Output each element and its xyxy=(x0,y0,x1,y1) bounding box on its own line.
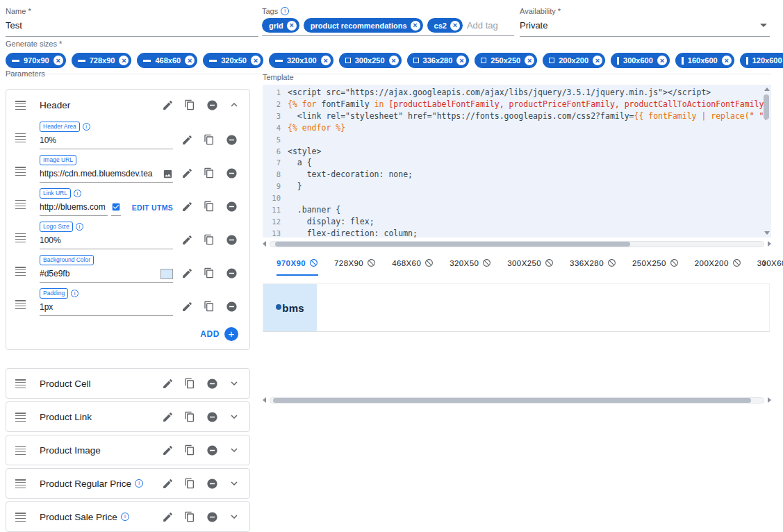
remove-icon[interactable] xyxy=(223,165,240,181)
copy-icon[interactable] xyxy=(201,131,217,148)
remove-size-icon[interactable] xyxy=(53,56,63,65)
drag-handle-icon[interactable] xyxy=(13,479,40,488)
remove-icon[interactable] xyxy=(223,131,240,148)
scroll-up-icon[interactable] xyxy=(764,88,770,91)
availability-select[interactable]: Private xyxy=(520,16,770,37)
color-swatch[interactable] xyxy=(160,269,173,279)
block-icon[interactable] xyxy=(425,258,434,267)
block-icon[interactable] xyxy=(732,258,741,267)
scrollbar-thumb[interactable] xyxy=(273,398,752,403)
remove-size-icon[interactable] xyxy=(593,56,602,65)
copy-icon[interactable] xyxy=(181,97,198,113)
code-editor[interactable]: 1<script src="https://ajax.googleapis.co… xyxy=(263,85,771,238)
param-value[interactable]: 1px xyxy=(40,302,173,312)
size-tab[interactable]: 336X280 xyxy=(570,254,616,276)
copy-icon[interactable] xyxy=(201,198,217,215)
parameter-group-card[interactable]: Product Link xyxy=(6,401,250,432)
param-value-input[interactable]: 1px xyxy=(40,299,173,316)
scroll-right-icon[interactable] xyxy=(768,397,771,403)
edit-icon[interactable] xyxy=(159,475,176,492)
remove-size-icon[interactable] xyxy=(119,56,129,65)
size-tab[interactable]: 728X90 xyxy=(334,254,376,276)
param-value-input[interactable]: http://bluems.com EDIT UTMS xyxy=(40,199,173,216)
remove-tag-icon[interactable] xyxy=(287,21,297,31)
remove-icon[interactable] xyxy=(204,375,220,392)
remove-icon[interactable] xyxy=(204,408,220,425)
chevron-down-icon[interactable] xyxy=(226,375,242,392)
remove-tag-icon[interactable] xyxy=(450,21,460,31)
preview-horizontal-scrollbar[interactable] xyxy=(263,396,771,404)
copy-icon[interactable] xyxy=(201,298,217,315)
remove-icon[interactable] xyxy=(223,265,240,281)
remove-size-icon[interactable] xyxy=(321,56,331,65)
remove-icon[interactable] xyxy=(223,231,240,248)
parameter-group-card[interactable]: Product Cell xyxy=(6,368,250,399)
edit-icon[interactable] xyxy=(159,508,176,525)
drag-handle-icon[interactable] xyxy=(13,379,40,388)
scroll-left-icon[interactable] xyxy=(263,397,266,403)
edit-utms-button[interactable]: EDIT UTMS xyxy=(132,203,173,212)
param-value[interactable]: 10% xyxy=(40,135,173,145)
scroll-left-icon[interactable] xyxy=(263,241,266,247)
chevron-down-icon[interactable] xyxy=(226,442,242,458)
drag-handle-icon[interactable] xyxy=(13,513,40,522)
size-tab[interactable]: 300X250 xyxy=(507,254,554,276)
remove-icon[interactable] xyxy=(204,442,220,458)
remove-icon[interactable] xyxy=(204,475,220,492)
remove-tag-icon[interactable] xyxy=(411,21,420,31)
remove-size-icon[interactable] xyxy=(456,56,466,65)
edit-icon[interactable] xyxy=(159,97,176,113)
edit-icon[interactable] xyxy=(159,408,176,425)
editor-vertical-scrollbar[interactable] xyxy=(763,86,770,236)
block-icon[interactable] xyxy=(670,258,679,267)
drag-handle-icon[interactable] xyxy=(13,167,40,176)
edit-icon[interactable] xyxy=(179,165,195,181)
chevron-down-icon[interactable] xyxy=(226,475,242,492)
drag-handle-icon[interactable] xyxy=(13,267,40,276)
remove-size-icon[interactable] xyxy=(722,56,732,65)
param-value[interactable]: https://cdn.med.bluemsdev.tea xyxy=(40,169,159,178)
parameter-group-card[interactable]: Product Image xyxy=(6,435,250,465)
size-tab[interactable]: 200X200 xyxy=(695,254,741,276)
copy-icon[interactable] xyxy=(181,508,198,525)
scrollbar-thumb[interactable] xyxy=(764,94,769,119)
edit-icon[interactable] xyxy=(159,442,176,458)
image-icon[interactable] xyxy=(163,169,173,179)
copy-icon[interactable] xyxy=(181,442,198,458)
add-tag-input[interactable] xyxy=(467,20,514,31)
block-icon[interactable] xyxy=(482,258,491,267)
editor-horizontal-scrollbar[interactable] xyxy=(263,240,771,248)
remove-icon[interactable] xyxy=(204,97,220,113)
block-icon[interactable] xyxy=(367,258,376,267)
param-value-input[interactable]: 100% xyxy=(40,232,173,249)
name-input[interactable] xyxy=(6,16,258,37)
remove-icon[interactable] xyxy=(204,508,220,525)
tabs-scroll-right-icon[interactable] xyxy=(759,258,770,269)
chevron-down-icon[interactable] xyxy=(226,508,242,525)
scroll-right-icon[interactable] xyxy=(768,241,771,247)
parameter-group-card[interactable]: Product Regular Price xyxy=(6,468,250,499)
remove-size-icon[interactable] xyxy=(389,56,399,65)
size-tab[interactable]: 970X90 xyxy=(277,254,318,276)
block-icon[interactable] xyxy=(607,258,616,267)
edit-icon[interactable] xyxy=(159,375,176,392)
edit-icon[interactable] xyxy=(179,265,195,281)
remove-size-icon[interactable] xyxy=(525,56,534,65)
param-value[interactable]: #d5e9fb xyxy=(40,269,157,279)
drag-handle-icon[interactable] xyxy=(13,446,40,455)
param-value[interactable]: http://bluems.com xyxy=(40,199,108,216)
remove-icon[interactable] xyxy=(223,298,240,315)
param-value-input[interactable]: https://cdn.med.bluemsdev.tea xyxy=(40,165,173,183)
remove-size-icon[interactable] xyxy=(185,56,195,65)
remove-size-icon[interactable] xyxy=(657,56,667,65)
size-tab[interactable]: 320X50 xyxy=(450,254,491,276)
copy-icon[interactable] xyxy=(201,165,217,181)
drag-handle-icon[interactable] xyxy=(13,101,40,110)
remove-icon[interactable] xyxy=(223,198,240,215)
drag-handle-icon[interactable] xyxy=(13,300,40,309)
remove-size-icon[interactable] xyxy=(251,56,261,65)
copy-icon[interactable] xyxy=(181,375,198,392)
add-parameter-button[interactable]: ADD xyxy=(13,319,242,345)
size-tab[interactable]: 468X60 xyxy=(392,254,434,276)
edit-icon[interactable] xyxy=(179,231,195,248)
